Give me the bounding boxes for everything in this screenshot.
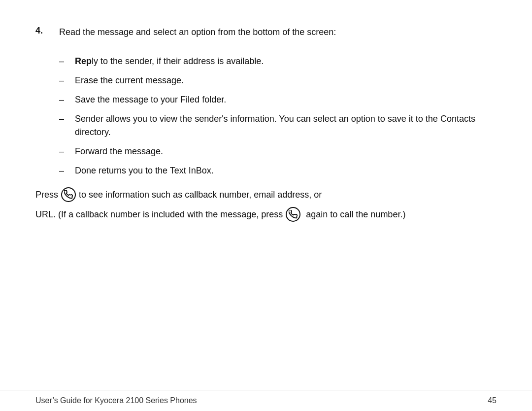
bullet-content-forward: Forward the message. xyxy=(75,145,163,158)
list-item: – Erase the current message. xyxy=(59,74,497,87)
press-paragraph-2: URL. (If a callback number is included w… xyxy=(35,207,497,222)
press-text-before: Press xyxy=(35,188,58,202)
bullet-dash: – xyxy=(59,145,75,158)
bullet-dash: – xyxy=(59,93,75,106)
page-content: 4. Read the message and select an option… xyxy=(0,0,532,390)
phone-icon-1 xyxy=(61,187,76,202)
press-text-after: to see information such as callback numb… xyxy=(79,188,322,202)
bullet-content-save: Save the message to your Filed folder. xyxy=(75,93,226,106)
list-item: – Reply to the sender, if their address … xyxy=(59,55,497,68)
press-paragraph-1: Press to see information such as callbac… xyxy=(35,187,497,202)
list-item: – Done returns you to the Text InBox. xyxy=(59,164,497,177)
bullet-content-reply: Reply to the sender, if their address is… xyxy=(75,55,264,68)
list-item: – Sender allows you to view the sender's… xyxy=(59,112,497,139)
bullet-list: – Reply to the sender, if their address … xyxy=(59,55,497,177)
phone-icon-2 xyxy=(286,207,300,222)
footer: User’s Guide for Kyocera 2100 Series Pho… xyxy=(0,390,532,411)
press-text2-before: URL. (If a callback number is included w… xyxy=(35,207,283,222)
list-item: – Forward the message. xyxy=(59,145,497,158)
press-text2-after: again to call the number.) xyxy=(303,207,405,222)
bullet-dash: – xyxy=(59,55,75,68)
step-text: Read the message and select an option fr… xyxy=(59,26,336,39)
list-item: – Save the message to your Filed folder. xyxy=(59,93,497,106)
footer-title: User’s Guide for Kyocera 2100 Series Pho… xyxy=(35,396,197,405)
bold-rep: Rep xyxy=(75,56,92,66)
step-number: 4. xyxy=(35,26,59,39)
footer-page-number: 45 xyxy=(488,396,497,405)
bullet-content-done: Done returns you to the Text InBox. xyxy=(75,164,214,177)
bullet-dash: – xyxy=(59,74,75,87)
step-4: 4. Read the message and select an option… xyxy=(35,26,497,39)
bullet-content-erase: Erase the current message. xyxy=(75,74,184,87)
bullet-dash: – xyxy=(59,164,75,177)
bullet-content-sender: Sender allows you to view the sender's i… xyxy=(75,112,497,139)
bullet-dash: – xyxy=(59,112,75,139)
